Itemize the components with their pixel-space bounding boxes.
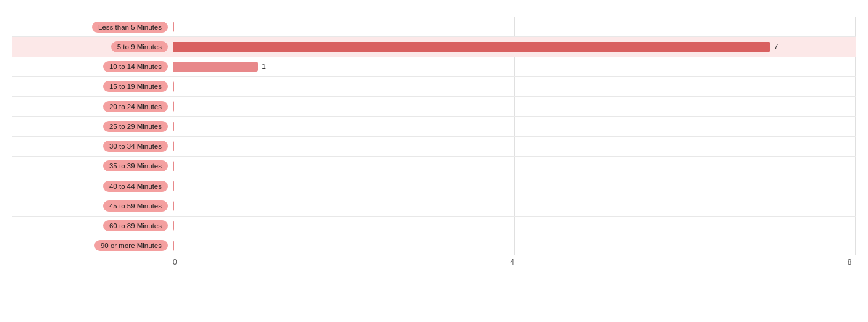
bar-label-1: 5 to 9 Minutes	[12, 41, 173, 52]
x-label-2: 8	[848, 258, 852, 266]
bar-label-4: 20 to 24 Minutes	[12, 101, 173, 112]
bar-row-6: 30 to 34 Minutes	[12, 137, 856, 157]
bar-fill-1	[173, 42, 770, 52]
label-pill-11: 90 or more Minutes	[94, 240, 168, 251]
bar-fill-0	[173, 22, 174, 31]
x-axis: 048	[173, 255, 856, 273]
bar-label-9: 45 to 59 Minutes	[12, 200, 173, 212]
label-pill-1: 5 to 9 Minutes	[111, 41, 168, 52]
bar-label-8: 40 to 44 Minutes	[12, 181, 173, 192]
bar-track-10	[173, 221, 856, 231]
bar-row-7: 35 to 39 Minutes	[12, 157, 856, 176]
bar-fill-10	[173, 221, 174, 231]
label-pill-9: 45 to 59 Minutes	[103, 200, 168, 212]
bar-row-11: 90 or more Minutes	[12, 236, 856, 255]
label-pill-0: Less than 5 Minutes	[92, 22, 168, 33]
bar-value-2: 1	[262, 62, 266, 71]
bar-track-9	[173, 201, 856, 211]
bar-row-9: 45 to 59 Minutes	[12, 196, 856, 216]
bar-fill-3	[173, 81, 174, 91]
bar-row-5: 25 to 29 Minutes	[12, 117, 856, 136]
bar-label-11: 90 or more Minutes	[12, 240, 173, 251]
rows-container: Less than 5 Minutes5 to 9 Minutes710 to …	[12, 17, 856, 255]
bar-row-0: Less than 5 Minutes	[12, 17, 856, 37]
bar-fill-7	[173, 161, 174, 171]
bar-fill-6	[173, 141, 174, 151]
bar-row-8: 40 to 44 Minutes	[12, 176, 856, 196]
bar-label-5: 25 to 29 Minutes	[12, 121, 173, 132]
bar-track-0	[173, 22, 856, 31]
bar-fill-9	[173, 201, 174, 211]
label-pill-3: 15 to 19 Minutes	[103, 81, 168, 92]
label-pill-8: 40 to 44 Minutes	[103, 181, 168, 192]
bar-label-7: 35 to 39 Minutes	[12, 160, 173, 171]
label-pill-4: 20 to 24 Minutes	[103, 101, 168, 112]
label-pill-2: 10 to 14 Minutes	[103, 61, 168, 72]
bar-track-3	[173, 81, 856, 91]
label-pill-6: 30 to 34 Minutes	[103, 141, 168, 152]
bar-track-2: 1	[173, 62, 856, 72]
bar-track-8	[173, 181, 856, 191]
bar-row-1: 5 to 9 Minutes7	[12, 37, 856, 57]
bar-track-11	[173, 241, 856, 250]
bar-fill-4	[173, 101, 174, 111]
bar-fill-5	[173, 122, 174, 131]
label-pill-7: 35 to 39 Minutes	[103, 160, 168, 171]
bar-label-3: 15 to 19 Minutes	[12, 81, 173, 92]
bar-fill-8	[173, 181, 174, 191]
label-pill-5: 25 to 29 Minutes	[103, 121, 168, 132]
bar-label-10: 60 to 89 Minutes	[12, 220, 173, 231]
bar-fill-2	[173, 62, 258, 72]
bar-track-5	[173, 122, 856, 131]
bar-track-6	[173, 141, 856, 151]
bar-value-1: 7	[774, 43, 778, 51]
bar-row-10: 60 to 89 Minutes	[12, 217, 856, 236]
bar-row-3: 15 to 19 Minutes	[12, 77, 856, 97]
label-pill-10: 60 to 89 Minutes	[103, 220, 168, 231]
bar-track-7	[173, 161, 856, 171]
bar-track-4	[173, 101, 856, 111]
bar-row-4: 20 to 24 Minutes	[12, 97, 856, 117]
chart-container: Less than 5 Minutes5 to 9 Minutes710 to …	[0, 0, 868, 322]
bar-fill-11	[173, 241, 174, 250]
x-label-0: 0	[173, 258, 177, 266]
bar-row-2: 10 to 14 Minutes1	[12, 57, 856, 77]
bar-label-6: 30 to 34 Minutes	[12, 141, 173, 152]
bar-label-0: Less than 5 Minutes	[12, 22, 173, 33]
chart-area: Less than 5 Minutes5 to 9 Minutes710 to …	[12, 17, 856, 273]
bar-track-1: 7	[173, 42, 856, 52]
bar-label-2: 10 to 14 Minutes	[12, 61, 173, 72]
x-label-1: 4	[510, 258, 514, 266]
